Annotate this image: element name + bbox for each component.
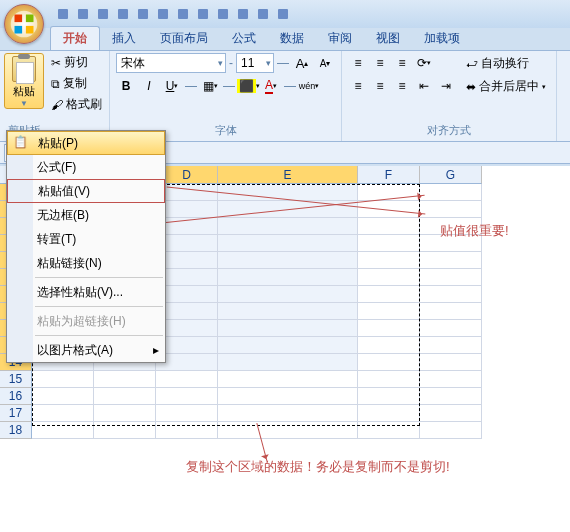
menu-paste[interactable]: 📋粘贴(P) [7,131,165,155]
cell[interactable] [358,252,420,269]
menu-formulas[interactable]: 公式(F) [7,155,165,179]
cell[interactable] [358,218,420,235]
tab-4[interactable]: 数据 [268,27,316,50]
print-icon[interactable] [114,5,132,23]
cell[interactable] [358,286,420,303]
underline-button[interactable]: U▾ [162,76,182,96]
undo-icon[interactable] [74,5,92,23]
cell[interactable] [420,286,482,303]
col-header-F[interactable]: F [358,166,420,184]
cell[interactable] [420,184,482,201]
cell[interactable] [94,405,156,422]
cell[interactable] [420,422,482,439]
merge-center-button[interactable]: ⬌合并后居中▾ [462,76,550,97]
cell[interactable] [420,405,482,422]
row-header-17[interactable]: 17 [0,405,32,422]
menu-transpose[interactable]: 转置(T) [7,227,165,251]
cell[interactable] [32,371,94,388]
cell[interactable] [358,184,420,201]
cell[interactable] [420,252,482,269]
cell[interactable] [358,337,420,354]
cell[interactable] [32,405,94,422]
menu-no-border[interactable]: 无边框(B) [7,203,165,227]
cell[interactable] [358,320,420,337]
tab-6[interactable]: 视图 [364,27,412,50]
font-color-button[interactable]: A▾ [261,76,281,96]
cell[interactable] [218,303,358,320]
font-name-combo[interactable]: 宋体 [116,53,226,73]
cell[interactable] [218,269,358,286]
cell[interactable] [358,201,420,218]
tab-2[interactable]: 页面布局 [148,27,220,50]
cell[interactable] [218,320,358,337]
cell[interactable] [218,201,358,218]
spell-icon[interactable] [154,5,172,23]
row-header-15[interactable]: 15 [0,371,32,388]
menu-paste-special[interactable]: 选择性粘贴(V)... [7,280,165,304]
cell[interactable] [94,371,156,388]
menu-as-picture[interactable]: 以图片格式(A)▸ [7,338,165,362]
cell[interactable] [218,286,358,303]
cell[interactable] [420,235,482,252]
grow-font-button[interactable]: A▴ [292,53,312,73]
cell[interactable] [420,269,482,286]
cell[interactable] [32,388,94,405]
find-icon[interactable] [274,5,292,23]
row-header-16[interactable]: 16 [0,388,32,405]
tab-0[interactable]: 开始 [50,26,100,50]
cell[interactable] [94,422,156,439]
save-icon[interactable] [54,5,72,23]
cell[interactable] [358,422,420,439]
orientation-button[interactable]: ⟳▾ [414,53,434,73]
cell[interactable] [218,252,358,269]
cell[interactable] [218,354,358,371]
cell[interactable] [420,337,482,354]
row-header-18[interactable]: 18 [0,422,32,439]
tab-5[interactable]: 审阅 [316,27,364,50]
align-center-button[interactable]: ≡ [370,76,390,96]
align-left-button[interactable]: ≡ [348,76,368,96]
cell[interactable] [358,388,420,405]
chart-icon[interactable] [214,5,232,23]
font-size-combo[interactable]: 11 [236,53,274,73]
menu-paste-link[interactable]: 粘贴链接(N) [7,251,165,275]
phonetic-button[interactable]: wén▾ [299,76,319,96]
shrink-font-button[interactable]: A▾ [315,53,335,73]
col-header-E[interactable]: E [218,166,358,184]
redo-icon[interactable] [94,5,112,23]
col-header-G[interactable]: G [420,166,482,184]
cut-button[interactable]: ✂剪切 [48,53,105,72]
cell[interactable] [218,218,358,235]
bold-button[interactable]: B [116,76,136,96]
border-button[interactable]: ▦▾ [200,76,220,96]
cell[interactable] [420,320,482,337]
cell[interactable] [358,235,420,252]
align-right-button[interactable]: ≡ [392,76,412,96]
cell[interactable] [420,388,482,405]
cell[interactable] [218,337,358,354]
cell[interactable] [358,405,420,422]
align-bottom-button[interactable]: ≡ [392,53,412,73]
preview-icon[interactable] [134,5,152,23]
office-button[interactable] [4,4,44,44]
cell[interactable] [358,269,420,286]
cell[interactable] [218,235,358,252]
cell[interactable] [156,422,218,439]
align-top-button[interactable]: ≡ [348,53,368,73]
wrap-text-button[interactable]: ⮐自动换行 [462,53,550,74]
cell[interactable] [218,371,358,388]
indent-inc-button[interactable]: ⇥ [436,76,456,96]
paste-button[interactable]: 粘贴 ▼ [4,53,44,109]
cell[interactable] [218,184,358,201]
cell[interactable] [420,371,482,388]
tab-1[interactable]: 插入 [100,27,148,50]
cell[interactable] [358,371,420,388]
cell[interactable] [218,422,358,439]
cell[interactable] [420,218,482,235]
copy-button[interactable]: ⧉复制 [48,74,105,93]
filter-icon[interactable] [254,5,272,23]
align-middle-button[interactable]: ≡ [370,53,390,73]
cell[interactable] [420,303,482,320]
cell[interactable] [94,388,156,405]
cell[interactable] [358,303,420,320]
